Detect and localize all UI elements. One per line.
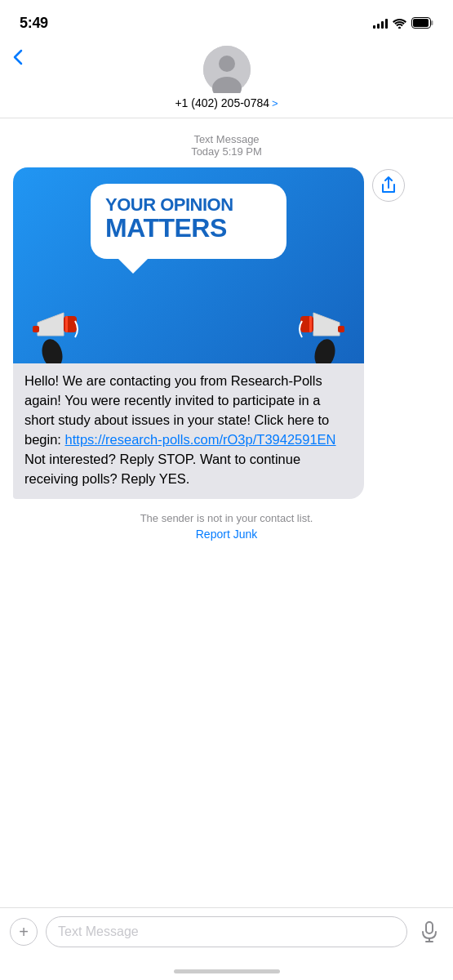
svg-rect-3 — [431, 20, 433, 25]
bubble-text-content: Hello! We are contacting you from Resear… — [13, 363, 364, 499]
svg-point-0 — [398, 26, 401, 29]
megaphone-left — [29, 298, 80, 363]
avatar — [203, 46, 251, 93]
save-button[interactable] — [372, 169, 405, 202]
svg-rect-11 — [33, 326, 39, 332]
bubble-image: YOUR OPINION MATTERS — [13, 167, 364, 363]
contact-info[interactable]: +1 (402) 205-0784 > — [175, 96, 278, 109]
svg-rect-16 — [338, 326, 344, 332]
status-bar: 5:49 — [0, 0, 453, 41]
speech-bubble: YOUR OPINION MATTERS — [91, 184, 286, 259]
svg-point-7 — [39, 337, 65, 363]
status-icons — [373, 17, 433, 29]
add-button[interactable]: + — [10, 918, 38, 946]
svg-rect-15 — [309, 316, 312, 332]
back-button[interactable] — [13, 49, 23, 65]
contact-number: +1 (402) 205-0784 — [175, 96, 269, 109]
bubble-link[interactable]: https://research-polls.com/rO3p/T3942591… — [65, 432, 336, 447]
svg-rect-10 — [65, 316, 68, 332]
mic-button[interactable] — [415, 918, 443, 946]
message-time: Today 5:19 PM — [13, 145, 440, 158]
nav-bar: +1 (402) 205-0784 > — [0, 41, 453, 118]
message-area: Text Message Today 5:19 PM YOUR OPINION … — [0, 118, 453, 915]
opinion-title-line2: MATTERS — [105, 215, 272, 241]
message-type: Text Message — [13, 133, 440, 145]
status-time: 5:49 — [20, 15, 48, 32]
text-input-placeholder: Text Message — [58, 924, 139, 939]
svg-rect-2 — [413, 19, 429, 27]
battery-icon — [411, 17, 433, 29]
megaphone-right — [297, 298, 348, 363]
opinion-title-line1: YOUR OPINION — [105, 195, 272, 215]
wifi-icon — [393, 18, 406, 29]
message-meta: Text Message Today 5:19 PM — [13, 133, 440, 158]
mic-icon — [421, 921, 437, 942]
bubble-text-after: Not interested? Reply STOP. Want to cont… — [24, 452, 300, 486]
message-bubble: YOUR OPINION MATTERS — [13, 167, 364, 499]
svg-point-12 — [312, 337, 338, 363]
megaphones — [13, 290, 364, 363]
contact-chevron: > — [272, 97, 278, 109]
message-row: YOUR OPINION MATTERS — [13, 167, 440, 499]
signal-icon — [373, 17, 388, 29]
sender-notice-text: The sender is not in your contact list. — [13, 512, 440, 524]
report-junk-button[interactable]: Report Junk — [13, 528, 440, 541]
text-input[interactable]: Text Message — [46, 916, 407, 947]
svg-marker-13 — [313, 313, 340, 336]
home-indicator — [174, 969, 280, 973]
svg-marker-8 — [38, 313, 64, 336]
input-bar: + Text Message — [0, 907, 453, 956]
share-icon — [380, 176, 397, 194]
svg-rect-17 — [426, 922, 433, 933]
svg-point-5 — [219, 56, 235, 72]
sender-notice: The sender is not in your contact list. — [13, 512, 440, 524]
